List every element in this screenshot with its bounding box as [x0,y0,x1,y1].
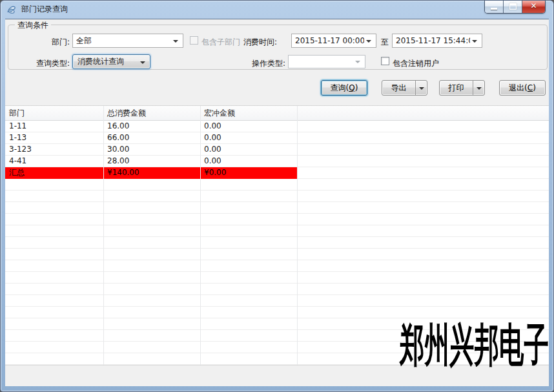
titlebar[interactable]: 部门记录查询 ✕ [1,1,553,19]
cell-total: 66.00 [107,132,198,143]
query-type-label: 查询类型: [21,58,70,69]
chevron-down-icon [477,87,482,90]
minimize-icon [491,8,497,10]
close-button[interactable]: ✕ [522,1,545,13]
table-header: 部门 总消费金额 宏冲金额 [5,106,549,121]
table-row[interactable]: 1-13 66.00 0.00 [5,132,549,144]
include-cancelled-users-label: 包含注销用户 [393,58,439,69]
consume-time-label: 消费时间: [243,37,277,48]
cell-amount: 0.00 [204,132,294,143]
header-total-amount[interactable]: 总消费金额 [107,106,146,120]
department-select[interactable]: 全部 [72,34,183,48]
groupbox-title: 查询条件 [15,20,51,31]
export-split-button: 导出 [382,80,427,96]
table-row[interactable]: 4-41 28.00 0.00 [5,156,549,167]
chevron-down-icon [366,40,371,43]
minimize-button[interactable] [485,1,504,13]
chevron-down-icon [140,61,145,64]
operation-type-label: 操作类型: [238,58,285,69]
cell-department: 4-41 [9,156,101,167]
chevron-down-icon [472,40,477,43]
client-area: 查询条件 部门: 全部 包含子部门 消费时间: 2015-11-17 00:00… [5,19,549,386]
cell-total: 16.00 [107,121,198,132]
query-type-value: 消费统计查询 [77,55,137,68]
chevron-down-icon [419,87,424,90]
exit-button-label: 退出( [509,83,528,92]
department-label: 部门: [21,37,70,48]
maximize-icon [509,3,517,10]
header-reversal-amount[interactable]: 宏冲金额 [204,106,235,120]
to-label: 至 [381,37,389,48]
include-sub-department-label: 包含子部门 [201,37,240,48]
cell-department: 1-13 [9,132,101,143]
table-row[interactable]: 1-11 16.00 0.00 [5,121,549,132]
include-cancelled-users-checkbox[interactable] [381,57,389,65]
summary-row[interactable]: 汇总 ¥140.00 ¥0.00 [5,167,297,179]
cell-amount: 0.00 [204,156,294,167]
print-button[interactable]: 打印 [440,81,473,95]
column-divider [297,106,298,365]
time-from-picker[interactable]: 2015-11-17 00:00:0 [291,34,376,48]
chevron-down-icon [173,40,178,43]
query-conditions-groupbox: 查询条件 部门: 全部 包含子部门 消费时间: 2015-11-17 00:00… [8,25,548,70]
cell-amount: 0.00 [204,144,294,155]
maximize-button[interactable] [504,1,522,13]
department-value: 全部 [76,34,170,47]
time-to-value: 2015-11-17 15:44:0 [396,34,470,47]
cell-department: 1-11 [9,121,101,132]
query-button-label: 查询( [331,83,349,92]
exit-button[interactable]: 退出(C) [499,80,546,96]
operation-type-select [288,55,365,68]
query-type-select[interactable]: 消费统计查询 [72,54,150,69]
cell-summary-total: ¥140.00 [107,167,198,178]
caption-buttons: ✕ [484,1,546,14]
chevron-down-icon [355,61,360,63]
cell-total: 28.00 [107,156,198,167]
column-divider [200,106,201,365]
cell-department: 3-123 [9,144,101,155]
export-dropdown-button[interactable] [416,81,427,95]
vendor-watermark: 郑州兴邦电子 [400,322,549,368]
window-title: 部门记录查询 [21,1,68,18]
close-icon: ✕ [522,1,545,10]
cell-summary-amount: ¥0.00 [204,167,294,178]
time-to-picker[interactable]: 2015-11-17 15:44:0 [392,34,482,48]
cell-total: 30.00 [107,144,198,155]
table-row[interactable]: 3-123 30.00 0.00 [5,144,549,156]
column-divider [103,106,104,365]
cell-amount: 0.00 [204,121,294,132]
header-department[interactable]: 部门 [9,106,25,120]
cell-summary-label: 汇总 [9,167,101,178]
app-icon [6,5,17,15]
include-sub-department-checkbox [190,36,198,45]
export-button[interactable]: 导出 [382,81,416,95]
print-dropdown-button[interactable] [473,81,484,95]
query-button[interactable]: 查询(Q) [321,80,367,96]
app-window: 部门记录查询 ✕ 查询条件 部门: 全部 包含子部门 消费时间 [0,0,554,392]
print-split-button: 打印 [439,80,485,96]
time-from-value: 2015-11-17 00:00:0 [295,34,364,47]
